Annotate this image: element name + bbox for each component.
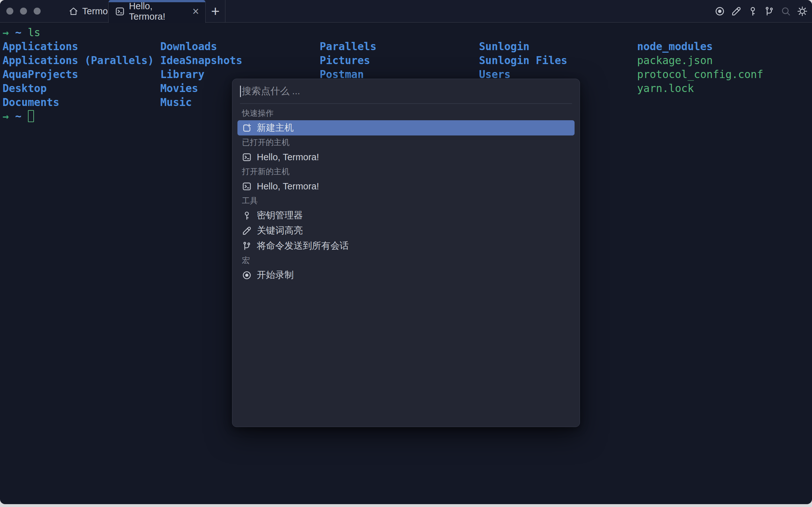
palette-item[interactable]: Hello, Termora! bbox=[237, 179, 575, 194]
ls-entry-dir: IdeaSnapshots bbox=[160, 54, 242, 68]
branch-icon[interactable] bbox=[764, 6, 774, 16]
record-icon bbox=[242, 270, 252, 280]
key-icon bbox=[242, 211, 252, 221]
search-placeholder: 搜索点什么 ... bbox=[242, 85, 300, 98]
palette-item[interactable]: 将命令发送到所有会话 bbox=[237, 238, 575, 253]
ls-column: ApplicationsApplications (Parallels)Aqua… bbox=[3, 40, 154, 109]
terminal-icon bbox=[115, 6, 125, 17]
command-text: ls bbox=[28, 26, 41, 39]
search-input[interactable]: 搜索点什么 ... bbox=[232, 79, 580, 103]
titlebar: Termora Hello, Termora! × + bbox=[0, 0, 812, 22]
ls-column: ParallelsPicturesPostman bbox=[320, 40, 376, 81]
record-icon[interactable] bbox=[714, 6, 725, 16]
gear-icon[interactable] bbox=[797, 6, 808, 16]
window-close-dot[interactable] bbox=[6, 8, 13, 15]
palette-item[interactable]: 关键词高亮 bbox=[237, 223, 575, 238]
ls-entry-dir: node_modules bbox=[637, 40, 763, 54]
ls-entry-dir: Documents bbox=[3, 96, 154, 109]
terminal-icon bbox=[242, 181, 252, 191]
ls-entry-dir: Applications (Parallels) bbox=[3, 54, 154, 68]
ls-column: node_modulespackage.jsonprotocol_config.… bbox=[637, 40, 763, 96]
ls-entry-file: package.json bbox=[637, 54, 763, 68]
ls-entry-dir: AquaProjects bbox=[3, 68, 154, 81]
palette-section-label: 工具 bbox=[237, 194, 575, 208]
palette-item-label: 关键词高亮 bbox=[257, 224, 303, 237]
palette-item-label: 将命令发送到所有会话 bbox=[257, 239, 349, 252]
ls-entry-dir: Sunlogin bbox=[479, 40, 567, 54]
app-window: Termora Hello, Termora! × + → ~ ls Appli… bbox=[0, 0, 812, 504]
pencil-icon[interactable] bbox=[731, 6, 742, 16]
ls-entry-dir: Movies bbox=[160, 81, 242, 96]
tab-label: Hello, Termora! bbox=[129, 1, 186, 22]
palette-item[interactable]: 密钥管理器 bbox=[237, 208, 575, 223]
text-caret bbox=[240, 86, 241, 97]
pencil-icon bbox=[242, 226, 252, 236]
palette-item[interactable]: 新建主机 bbox=[237, 120, 575, 135]
key-icon[interactable] bbox=[748, 6, 758, 16]
terminal-icon bbox=[242, 152, 252, 162]
ls-entry-dir: Downloads bbox=[160, 40, 242, 54]
ls-entry-file: yarn.lock bbox=[637, 81, 763, 96]
palette-item-label: 新建主机 bbox=[257, 121, 293, 134]
prompt-line: → ~ ls bbox=[3, 26, 809, 40]
ls-entry-file: protocol_config.conf bbox=[637, 68, 763, 81]
home-icon bbox=[68, 6, 78, 16]
palette-section-label: 打开新的主机 bbox=[237, 165, 575, 179]
window-zoom-dot[interactable] bbox=[34, 8, 41, 15]
window-minimize-dot[interactable] bbox=[20, 8, 27, 15]
command-palette: 搜索点什么 ... 快速操作新建主机已打开的主机Hello, Termora!打… bbox=[232, 79, 580, 427]
toolbar bbox=[714, 0, 808, 22]
palette-section-label: 快速操作 bbox=[237, 106, 575, 120]
palette-item-label: Hello, Termora! bbox=[257, 152, 319, 162]
ls-entry-dir: Music bbox=[160, 96, 242, 109]
new-host-icon bbox=[242, 123, 252, 133]
terminal-cursor bbox=[28, 110, 34, 122]
ls-entry-dir: Desktop bbox=[3, 81, 154, 96]
ls-entry-dir: Sunlogin Files bbox=[479, 54, 567, 68]
tab-close-icon[interactable]: × bbox=[193, 6, 199, 17]
palette-item-label: 开始录制 bbox=[257, 269, 293, 281]
ls-entry-dir: Pictures bbox=[320, 54, 376, 68]
palette-section-label: 已打开的主机 bbox=[237, 135, 575, 150]
new-tab-button[interactable]: + bbox=[206, 0, 225, 22]
ls-entry-dir: Library bbox=[160, 68, 242, 81]
ls-column: DownloadsIdeaSnapshotsLibraryMoviesMusic bbox=[160, 40, 242, 109]
search-icon[interactable] bbox=[780, 6, 791, 16]
palette-section-label: 宏 bbox=[237, 253, 575, 268]
ls-column: SunloginSunlogin FilesUsers bbox=[479, 40, 567, 81]
branch-icon bbox=[242, 241, 252, 251]
palette-item-label: Hello, Termora! bbox=[257, 181, 319, 191]
ls-entry-dir: Parallels bbox=[320, 40, 376, 54]
palette-item-label: 密钥管理器 bbox=[257, 209, 303, 222]
palette-list: 快速操作新建主机已打开的主机Hello, Termora!打开新的主机Hello… bbox=[232, 104, 580, 283]
traffic-lights[interactable] bbox=[6, 0, 41, 22]
palette-item[interactable]: Hello, Termora! bbox=[237, 150, 575, 165]
prompt-path-2: ~ bbox=[9, 110, 21, 122]
tab-hello-termora[interactable]: Hello, Termora! × bbox=[108, 0, 206, 23]
ls-entry-dir: Applications bbox=[3, 40, 154, 54]
prompt-path: ~ bbox=[9, 26, 21, 39]
palette-item[interactable]: 开始录制 bbox=[237, 268, 575, 283]
